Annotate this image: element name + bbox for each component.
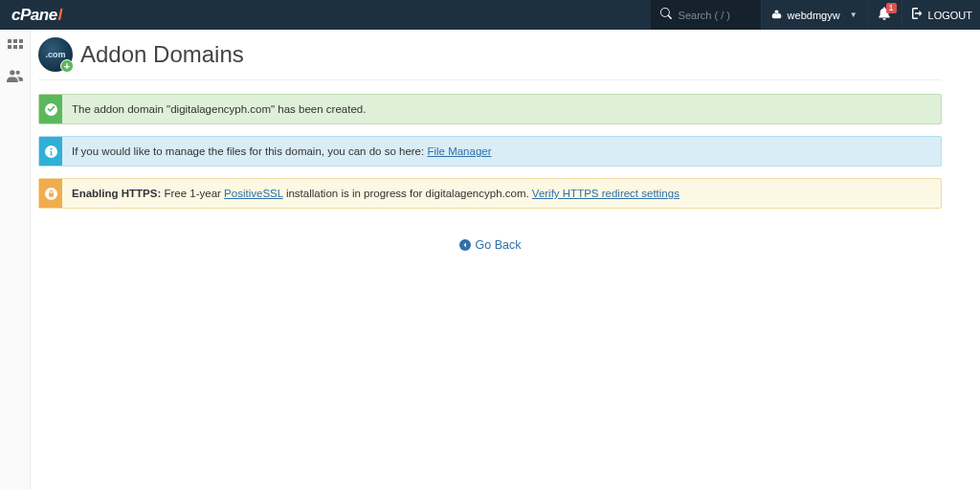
svg-rect-3: [8, 45, 11, 49]
plus-icon: +: [60, 59, 74, 73]
alert-info-body: If you would like to manage the files fo…: [62, 137, 501, 166]
svg-rect-1: [13, 39, 17, 43]
verify-https-link[interactable]: Verify HTTPS redirect settings: [532, 188, 679, 199]
go-back-label: Go Back: [476, 238, 522, 252]
alert-success: The addon domain "digitalagencyph.com" h…: [38, 94, 942, 124]
check-circle-icon: [39, 95, 62, 123]
users-icon[interactable]: [7, 68, 23, 88]
alert-info: If you would like to manage the files fo…: [38, 136, 942, 167]
grid-apps-icon[interactable]: [8, 39, 23, 58]
cpanel-logo[interactable]: cPanel: [0, 0, 74, 30]
lock-icon: [39, 179, 62, 208]
page-header: .com + Addon Domains: [38, 33, 942, 80]
svg-rect-0: [8, 39, 11, 43]
alert-warning-mid1: Free 1-year: [161, 188, 224, 199]
content-area: .com + Addon Domains The addon domain "d…: [31, 30, 980, 490]
alerts-container: The addon domain "digitalagencyph.com" h…: [38, 94, 942, 209]
logout-icon: [912, 8, 924, 22]
positivessl-link[interactable]: PositiveSSL: [224, 188, 283, 199]
alert-success-text: The addon domain "digitalagencyph.com" h…: [62, 95, 375, 123]
svg-rect-2: [19, 39, 23, 43]
logout-button[interactable]: LOGOUT: [902, 0, 980, 30]
user-menu[interactable]: webdmgyw ▼: [761, 0, 867, 30]
arrow-left-circle-icon: [459, 239, 471, 251]
alert-info-text: If you would like to manage the files fo…: [72, 145, 427, 157]
page-title: Addon Domains: [80, 41, 244, 68]
alert-warning-strong: Enabling HTTPS:: [72, 188, 161, 199]
alert-warning-body: Enabling HTTPS: Free 1-year PositiveSSL …: [62, 179, 689, 208]
caret-down-icon: ▼: [850, 11, 858, 19]
top-header: cPanel webdmgyw ▼ 1 LOGOUT: [0, 0, 980, 30]
notification-badge: 1: [886, 3, 897, 13]
info-circle-icon: [39, 137, 62, 166]
svg-rect-4: [13, 45, 17, 49]
search-icon: [660, 8, 672, 22]
alert-warning: Enabling HTTPS: Free 1-year PositiveSSL …: [38, 178, 942, 209]
page-icon-text: .com: [45, 50, 65, 59]
go-back-container: Go Back: [38, 235, 942, 253]
user-icon: [771, 9, 782, 21]
left-rail: [0, 30, 31, 490]
logout-label: LOGOUT: [928, 10, 972, 21]
global-search[interactable]: [651, 0, 761, 30]
alert-warning-mid2: installation is in progress for digitala…: [283, 188, 532, 199]
go-back-link[interactable]: Go Back: [459, 238, 522, 252]
addon-domains-icon: .com +: [38, 37, 73, 72]
notifications-button[interactable]: 1: [867, 0, 902, 30]
svg-rect-5: [19, 45, 23, 49]
main-area: .com + Addon Domains The addon domain "d…: [0, 30, 980, 490]
username-label: webdmgyw: [788, 10, 840, 21]
search-input[interactable]: [679, 10, 751, 21]
file-manager-link[interactable]: File Manager: [427, 145, 491, 157]
